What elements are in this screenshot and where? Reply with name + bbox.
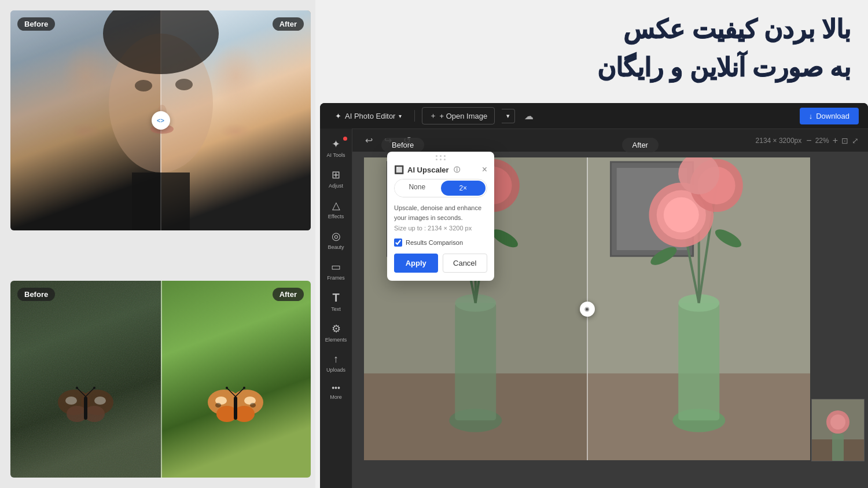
scale-options: None 2× xyxy=(394,179,487,197)
persian-line1: بالا بردن کیفیت عکس xyxy=(324,12,851,47)
toolbar-item-uploads[interactable]: ↑ Uploads xyxy=(322,348,351,377)
download-icon: ↓ xyxy=(809,112,813,120)
download-label: Download xyxy=(816,112,849,120)
bottom-comparison-image: Before After xyxy=(10,281,311,478)
frames-icon: ▭ xyxy=(331,260,341,273)
cancel-button[interactable]: Cancel xyxy=(443,254,488,273)
bottom-before-image xyxy=(10,281,161,478)
svg-rect-26 xyxy=(234,397,237,420)
persian-headline: بالا بردن کیفیت عکس به صورت آنلاین و رای… xyxy=(324,12,851,85)
upscaler-icon: 🔲 xyxy=(394,165,404,174)
apply-button[interactable]: Apply xyxy=(394,254,438,273)
toolbar-item-beauty[interactable]: ◎ Beauty xyxy=(322,225,351,255)
modal-size-info: Size up to : 2134 × 3200 px xyxy=(387,225,494,237)
canvas-after-label: After xyxy=(622,138,659,152)
svg-point-30 xyxy=(243,387,245,389)
modal-title-text: AI Upscaler xyxy=(407,166,449,174)
plus-icon: ＋ xyxy=(429,111,437,121)
canvas-after-half xyxy=(587,157,811,460)
modal-title: 🔲 AI Upscaler ⓘ xyxy=(394,165,460,174)
frames-label: Frames xyxy=(327,275,345,281)
top-after-image xyxy=(161,10,311,230)
ai-tools-icon: ✦ xyxy=(332,138,340,151)
svg-point-12 xyxy=(94,397,106,405)
open-image-dropdown-button[interactable]: ▾ xyxy=(502,109,515,123)
app-menu-title[interactable]: ✦ AI Photo Editor ▾ xyxy=(329,108,407,124)
toolbar-item-effects[interactable]: △ Effects xyxy=(322,195,351,224)
toolbar-item-elements[interactable]: ⚙ Elements xyxy=(322,318,351,347)
uploads-label: Uploads xyxy=(326,367,345,373)
svg-point-11 xyxy=(65,397,77,405)
modal-close-button[interactable]: × xyxy=(482,165,487,174)
download-button[interactable]: ↓ Download xyxy=(800,108,859,124)
app-title: AI Photo Editor xyxy=(345,112,395,120)
app-header: ✦ AI Photo Editor ▾ ＋ + Open Image ▾ ☁ ↓… xyxy=(320,103,868,129)
more-label: More xyxy=(330,394,342,400)
toolbar-item-adjust[interactable]: ⊞ Adjust xyxy=(322,164,351,193)
canvas-divider-handle[interactable]: ◉ xyxy=(580,302,595,317)
uploads-icon: ↑ xyxy=(333,353,339,365)
canvas-area[interactable]: Before After xyxy=(352,129,868,488)
svg-rect-54 xyxy=(678,303,719,420)
open-image-button[interactable]: ＋ + Open Image xyxy=(422,107,495,124)
effects-icon: △ xyxy=(332,199,340,212)
svg-point-25 xyxy=(250,403,256,408)
ai-tools-notification-dot xyxy=(343,137,347,141)
elements-label: Elements xyxy=(325,337,347,343)
bottom-divider-line xyxy=(161,281,162,478)
text-icon: T xyxy=(332,291,339,304)
svg-rect-71 xyxy=(832,434,844,461)
zoom-level: 22% xyxy=(815,137,829,145)
modal-description: Upscale, denoise and enhance your images… xyxy=(387,203,494,225)
fullscreen-button[interactable]: ⤢ xyxy=(852,136,859,145)
toolbar-item-ai-tools[interactable]: ✦ AI Tools xyxy=(322,133,351,163)
results-comparison-checkbox[interactable] xyxy=(394,239,402,247)
sparkle-icon: ✦ xyxy=(335,112,341,120)
left-comparison-panel: <> Before After xyxy=(0,0,315,488)
header-divider-1 xyxy=(414,110,415,122)
zoom-out-button[interactable]: − xyxy=(806,135,811,146)
ai-tools-label: AI Tools xyxy=(327,152,345,158)
bottom-after-badge: After xyxy=(273,288,304,301)
modal-drag-handle[interactable] xyxy=(387,152,494,163)
svg-point-70 xyxy=(830,414,845,430)
bottom-after-image xyxy=(161,281,311,478)
svg-rect-13 xyxy=(84,397,87,420)
results-comparison-label: Results Comparison xyxy=(406,239,463,246)
svg-rect-36 xyxy=(455,303,496,420)
canvas-size-display: 2134 × 3200px xyxy=(756,137,802,145)
scale-none-option[interactable]: None xyxy=(395,179,440,197)
toolbar-item-text[interactable]: T Text xyxy=(322,287,351,317)
effects-label: Effects xyxy=(328,214,344,219)
svg-point-16 xyxy=(76,387,78,389)
elements-icon: ⚙ xyxy=(332,322,341,335)
beauty-icon: ◎ xyxy=(332,230,341,243)
toolbar-item-more[interactable]: ••• More xyxy=(322,379,351,405)
left-toolbar: ✦ AI Tools ⊞ Adjust △ Effects ◎ Beauty ▭… xyxy=(320,129,352,488)
app-container: ✦ AI Photo Editor ▾ ＋ + Open Image ▾ ☁ ↓… xyxy=(320,103,868,488)
svg-point-24 xyxy=(215,403,221,408)
ai-upscaler-dialog[interactable]: 🔲 AI Upscaler ⓘ × None 2× Upscale, denoi… xyxy=(387,152,494,281)
svg-point-29 xyxy=(226,387,228,389)
zoom-controls: − 22% + ⊡ ⤢ xyxy=(806,135,859,146)
top-divider-handle[interactable]: <> xyxy=(152,111,170,130)
canvas-thumbnail-panel xyxy=(811,399,865,461)
modal-buttons: Apply Cancel xyxy=(387,254,494,281)
bottom-before-badge: Before xyxy=(17,288,55,301)
adjust-icon: ⊞ xyxy=(332,168,340,181)
results-comparison-row: Results Comparison xyxy=(387,237,494,254)
modal-header: 🔲 AI Upscaler ⓘ × xyxy=(387,163,494,179)
svg-point-17 xyxy=(93,387,95,389)
toolbar-item-frames[interactable]: ▭ Frames xyxy=(322,256,351,285)
fit-view-button[interactable]: ⊡ xyxy=(841,136,848,145)
beauty-label: Beauty xyxy=(328,244,344,250)
adjust-label: Adjust xyxy=(329,183,343,189)
undo-button[interactable]: ↩ xyxy=(362,133,376,148)
scale-2x-option[interactable]: 2× xyxy=(441,181,486,196)
open-image-label: + Open Image xyxy=(439,112,487,120)
svg-point-61 xyxy=(663,197,698,233)
zoom-in-button[interactable]: + xyxy=(833,135,838,146)
cloud-icon: ☁ xyxy=(524,111,534,122)
modal-info-icon[interactable]: ⓘ xyxy=(454,166,460,174)
app-body: ✦ AI Tools ⊞ Adjust △ Effects ◎ Beauty ▭… xyxy=(320,129,868,488)
